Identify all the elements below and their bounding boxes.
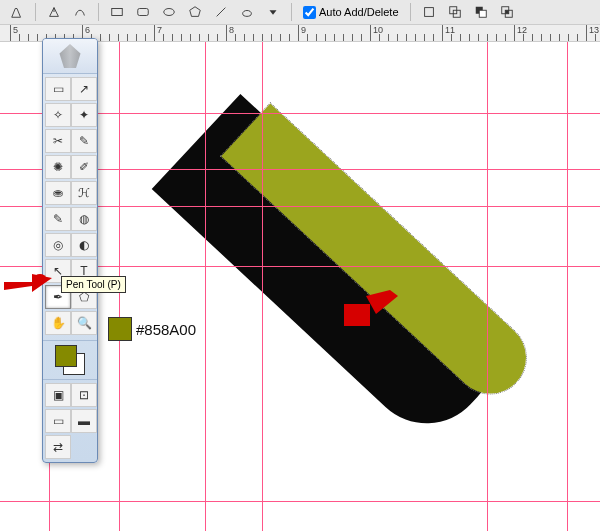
tool-rect-marquee[interactable]: ▭ bbox=[45, 77, 71, 101]
photoshop-feather-icon bbox=[55, 44, 85, 68]
ruler-subtick bbox=[343, 34, 344, 41]
shape-rect-icon[interactable] bbox=[106, 1, 128, 23]
sep bbox=[35, 3, 36, 21]
tool-healing[interactable]: ✺ bbox=[45, 155, 71, 179]
ruler-subtick bbox=[451, 34, 452, 41]
ruler-subtick bbox=[541, 34, 542, 41]
guide-vertical[interactable] bbox=[487, 41, 488, 531]
toolbox-grid: ▭↗✧✦✂✎✺✐⛂ℋ✎◍◎◐↖T✒⬠✋🔍 bbox=[43, 74, 97, 338]
ruler-subtick bbox=[352, 34, 353, 41]
ruler-subtick bbox=[325, 34, 326, 41]
ruler-subtick bbox=[217, 34, 218, 41]
tool-lasso[interactable]: ✧ bbox=[45, 103, 71, 127]
tool-crop[interactable]: ✂ bbox=[45, 129, 71, 153]
ruler-subtick bbox=[361, 34, 362, 41]
tool-stamp[interactable]: ⛂ bbox=[45, 181, 71, 205]
shape-polygon-icon[interactable] bbox=[184, 1, 206, 23]
tool-move[interactable]: ↗ bbox=[71, 77, 97, 101]
ruler-subtick bbox=[397, 34, 398, 41]
tool-screen-full[interactable]: ▬ bbox=[71, 409, 97, 433]
sep bbox=[98, 3, 99, 21]
svg-point-13 bbox=[34, 274, 46, 282]
tool-gradient[interactable]: ◍ bbox=[71, 207, 97, 231]
foreground-swatch[interactable] bbox=[55, 345, 77, 367]
svg-rect-14 bbox=[344, 304, 370, 326]
ruler-subtick bbox=[37, 34, 38, 41]
ruler-subtick bbox=[568, 34, 569, 41]
ruler-subtick bbox=[118, 34, 119, 41]
ruler-subtick bbox=[100, 34, 101, 41]
auto-add-delete-input[interactable] bbox=[303, 6, 316, 19]
shape-rrect-icon[interactable] bbox=[132, 1, 154, 23]
ruler-subtick bbox=[190, 34, 191, 41]
sep bbox=[291, 3, 292, 21]
ruler-subtick bbox=[289, 34, 290, 41]
tool-blur[interactable]: ◎ bbox=[45, 233, 71, 257]
guide-vertical[interactable] bbox=[205, 41, 206, 531]
ruler-subtick bbox=[388, 34, 389, 41]
ruler-subtick bbox=[163, 34, 164, 41]
toolbox-bottom: ▣⊡▭▬⇄ bbox=[43, 380, 97, 462]
guide-vertical[interactable] bbox=[567, 41, 568, 531]
toolbox-header[interactable] bbox=[43, 39, 97, 74]
tool-history[interactable]: ℋ bbox=[71, 181, 97, 205]
guide-horizontal[interactable] bbox=[0, 501, 600, 502]
path-op-new-icon[interactable] bbox=[418, 1, 440, 23]
shape-custom-icon[interactable] bbox=[236, 1, 258, 23]
pointer-hand-center bbox=[342, 286, 400, 330]
ruler-subtick bbox=[136, 34, 137, 41]
tool-screen-full-menu[interactable]: ▭ bbox=[45, 409, 71, 433]
ruler-subtick bbox=[28, 34, 29, 41]
ruler-tick bbox=[370, 24, 371, 41]
color-callout: #858A00 bbox=[108, 317, 196, 341]
tool-zoom[interactable]: 🔍 bbox=[71, 311, 97, 335]
guide-vertical[interactable] bbox=[262, 41, 263, 531]
tool-image-ready[interactable]: ⇄ bbox=[45, 435, 71, 459]
ruler-subtick bbox=[478, 34, 479, 41]
pen-mode-icon[interactable] bbox=[43, 1, 65, 23]
ruler-subtick bbox=[244, 34, 245, 41]
ruler-number: 12 bbox=[517, 25, 527, 35]
ruler-subtick bbox=[460, 34, 461, 41]
svg-rect-5 bbox=[424, 8, 433, 17]
shape-dropdown-icon[interactable] bbox=[262, 1, 284, 23]
color-callout-hex: #858A00 bbox=[136, 321, 196, 338]
freeform-pen-icon[interactable] bbox=[69, 1, 91, 23]
tool-eraser[interactable]: ✎ bbox=[45, 207, 71, 231]
svg-line-4 bbox=[217, 8, 226, 17]
ruler-subtick bbox=[532, 34, 533, 41]
svg-rect-9 bbox=[479, 10, 486, 17]
path-op-add-icon[interactable] bbox=[444, 1, 466, 23]
ruler-subtick bbox=[595, 34, 596, 41]
auto-add-delete-checkbox[interactable]: Auto Add/Delete bbox=[303, 6, 399, 19]
toolbox-panel: ▭↗✧✦✂✎✺✐⛂ℋ✎◍◎◐↖T✒⬠✋🔍 ▣⊡▭▬⇄ bbox=[42, 38, 98, 463]
color-swatches[interactable] bbox=[43, 340, 97, 380]
options-bar: Auto Add/Delete bbox=[0, 0, 600, 25]
ruler-subtick bbox=[433, 34, 434, 41]
ruler-subtick bbox=[379, 34, 380, 41]
svg-marker-3 bbox=[190, 7, 201, 17]
tool-dodge[interactable]: ◐ bbox=[71, 233, 97, 257]
shape-ellipse-icon[interactable] bbox=[158, 1, 180, 23]
ruler-number: 5 bbox=[13, 25, 18, 35]
tool-hand-tool[interactable]: ✋ bbox=[45, 311, 71, 335]
shape-line-icon[interactable] bbox=[210, 1, 232, 23]
ruler-subtick bbox=[523, 34, 524, 41]
tool-preset[interactable] bbox=[6, 1, 28, 23]
ruler-tick bbox=[514, 24, 515, 41]
svg-rect-0 bbox=[112, 9, 123, 16]
ruler-subtick bbox=[550, 34, 551, 41]
ruler-tick bbox=[226, 24, 227, 41]
path-op-intersect-icon[interactable] bbox=[496, 1, 518, 23]
tool-quick-mask[interactable]: ▣ bbox=[45, 383, 71, 407]
tool-screen-standard[interactable]: ⊡ bbox=[71, 383, 97, 407]
ruler-subtick bbox=[199, 34, 200, 41]
tool-brush[interactable]: ✐ bbox=[71, 155, 97, 179]
svg-point-2 bbox=[164, 9, 175, 16]
path-op-subtract-icon[interactable] bbox=[470, 1, 492, 23]
tool-slice[interactable]: ✎ bbox=[71, 129, 97, 153]
auto-add-delete-label: Auto Add/Delete bbox=[319, 6, 399, 18]
tool-wand[interactable]: ✦ bbox=[71, 103, 97, 127]
ruler-number: 9 bbox=[301, 25, 306, 35]
ruler-subtick bbox=[280, 34, 281, 41]
